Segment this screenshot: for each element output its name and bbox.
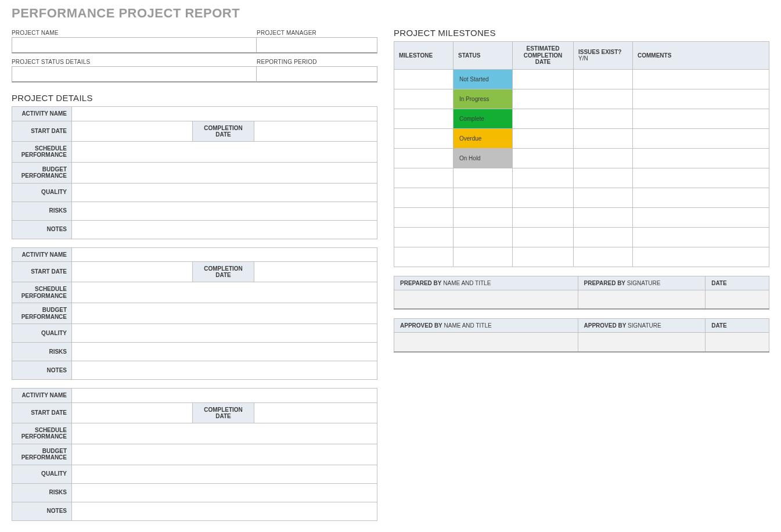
- schedule-performance-label: SCHEDULE PERFORMANCE: [12, 423, 72, 444]
- comments-input[interactable]: [639, 115, 763, 122]
- completion-date-input[interactable]: [254, 265, 377, 278]
- milestone-row: [394, 247, 769, 267]
- milestone-input[interactable]: [400, 76, 447, 82]
- comments-input[interactable]: [639, 95, 763, 102]
- status-cell[interactable]: Complete: [454, 109, 513, 128]
- quality-input[interactable]: [72, 327, 377, 340]
- activity-name-input[interactable]: [72, 248, 377, 261]
- activity-name-input[interactable]: [72, 389, 377, 402]
- comments-input[interactable]: [639, 154, 763, 161]
- comments-input[interactable]: [639, 194, 763, 201]
- prepared-by-name-input[interactable]: [394, 290, 578, 309]
- status-cell[interactable]: [454, 168, 513, 188]
- schedule-performance-input[interactable]: [72, 286, 377, 299]
- completion-date-input[interactable]: [254, 125, 377, 138]
- est-completion-input[interactable]: [519, 135, 567, 142]
- est-completion-input[interactable]: [519, 194, 567, 201]
- est-completion-input[interactable]: [519, 253, 567, 260]
- milestone-row: On Hold: [394, 148, 769, 168]
- risks-input[interactable]: [72, 204, 377, 217]
- issues-input[interactable]: [580, 214, 627, 221]
- comments-input[interactable]: [639, 214, 763, 221]
- milestone-input[interactable]: [400, 233, 447, 240]
- risks-input[interactable]: [72, 486, 377, 499]
- milestone-input[interactable]: [400, 135, 447, 142]
- notes-input[interactable]: [72, 364, 377, 377]
- status-cell[interactable]: [454, 188, 513, 207]
- status-cell[interactable]: On Hold: [454, 148, 513, 168]
- comments-input[interactable]: [639, 76, 763, 82]
- status-cell[interactable]: [454, 247, 513, 267]
- est-completion-input[interactable]: [519, 115, 567, 122]
- milestone-input[interactable]: [400, 194, 447, 201]
- notes-label: NOTES: [12, 361, 72, 380]
- est-completion-input[interactable]: [519, 214, 567, 221]
- prepared-by-date-input[interactable]: [706, 290, 769, 309]
- comments-input[interactable]: [639, 233, 763, 240]
- issues-input[interactable]: [580, 174, 627, 181]
- schedule-performance-label: SCHEDULE PERFORMANCE: [12, 282, 72, 303]
- notes-label: NOTES: [12, 220, 72, 239]
- est-completion-input[interactable]: [519, 95, 567, 102]
- approved-by-date-input[interactable]: [706, 333, 769, 351]
- approved-by-date-header: DATE: [706, 319, 769, 333]
- budget-performance-label: BUDGET PERFORMANCE: [12, 162, 72, 183]
- reporting-period-input[interactable]: [257, 66, 377, 82]
- completion-date-input[interactable]: [254, 407, 377, 419]
- quality-input[interactable]: [72, 186, 377, 199]
- status-cell[interactable]: In Progress: [454, 89, 513, 109]
- issues-input[interactable]: [580, 115, 627, 122]
- start-date-input[interactable]: [72, 125, 192, 138]
- est-completion-header: ESTIMATED COMPLETION DATE: [513, 42, 574, 70]
- est-completion-input[interactable]: [519, 76, 567, 82]
- notes-label: NOTES: [12, 502, 72, 520]
- quality-input[interactable]: [72, 468, 377, 480]
- milestone-input[interactable]: [400, 95, 447, 102]
- status-cell[interactable]: [454, 227, 513, 247]
- project-name-input[interactable]: [12, 37, 257, 53]
- issues-input[interactable]: [580, 194, 627, 201]
- notes-input[interactable]: [72, 223, 377, 236]
- comments-input[interactable]: [639, 253, 763, 260]
- project-milestones-heading: PROJECT MILESTONES: [394, 28, 769, 38]
- risks-label: RISKS: [12, 483, 72, 502]
- start-date-input[interactable]: [72, 265, 192, 278]
- quality-label: QUALITY: [12, 183, 72, 202]
- start-date-input[interactable]: [72, 407, 192, 419]
- prepared-by-sig-input[interactable]: [578, 290, 706, 309]
- issues-input[interactable]: [580, 76, 627, 82]
- activity-block: ACTIVITY NAME START DATE COMPLETION DATE…: [12, 388, 377, 521]
- approved-by-sig-input[interactable]: [578, 333, 706, 351]
- project-manager-input[interactable]: [257, 37, 377, 53]
- milestone-input[interactable]: [400, 214, 447, 221]
- comments-input[interactable]: [639, 135, 763, 142]
- left-column: PROJECT NAME PROJECT MANAGER PROJECT STA…: [12, 28, 377, 529]
- milestone-input[interactable]: [400, 154, 447, 161]
- notes-input[interactable]: [72, 505, 377, 517]
- activity-name-input[interactable]: [72, 107, 377, 120]
- issues-input[interactable]: [580, 154, 627, 161]
- status-cell[interactable]: Not Started: [454, 69, 513, 89]
- issues-input[interactable]: [580, 233, 627, 240]
- issues-input[interactable]: [580, 95, 627, 102]
- status-cell[interactable]: [454, 207, 513, 227]
- schedule-performance-input[interactable]: [72, 427, 377, 440]
- est-completion-input[interactable]: [519, 233, 567, 240]
- project-status-input[interactable]: [12, 66, 257, 82]
- milestone-input[interactable]: [400, 253, 447, 260]
- issues-input[interactable]: [580, 135, 627, 142]
- est-completion-input[interactable]: [519, 154, 567, 161]
- milestone-input[interactable]: [400, 174, 447, 181]
- comments-input[interactable]: [639, 174, 763, 181]
- approved-by-name-input[interactable]: [394, 333, 578, 351]
- schedule-performance-input[interactable]: [72, 145, 377, 158]
- approved-by-sig-header: APPROVED BY SIGNATURE: [578, 319, 706, 333]
- budget-performance-input[interactable]: [72, 448, 377, 461]
- budget-performance-input[interactable]: [72, 166, 377, 179]
- budget-performance-input[interactable]: [72, 307, 377, 320]
- status-cell[interactable]: Overdue: [454, 128, 513, 148]
- issues-input[interactable]: [580, 253, 627, 260]
- est-completion-input[interactable]: [519, 174, 567, 181]
- risks-input[interactable]: [72, 346, 377, 358]
- milestone-input[interactable]: [400, 115, 447, 122]
